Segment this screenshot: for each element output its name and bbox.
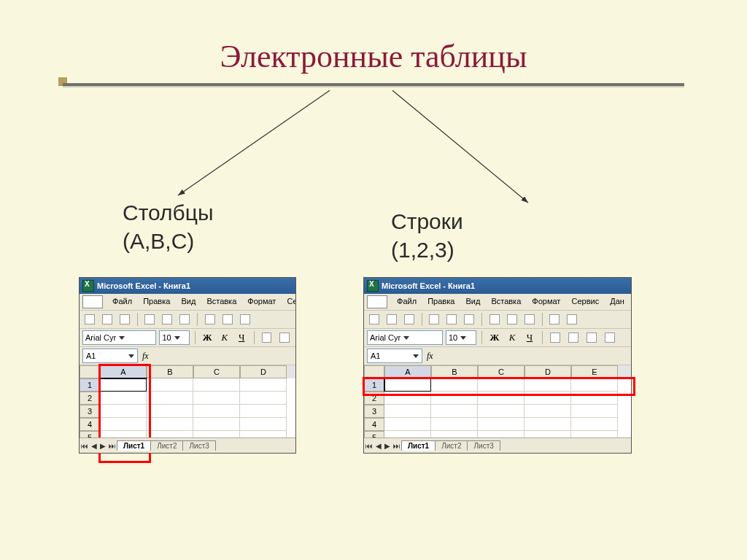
cell[interactable] [478,418,525,431]
print-icon[interactable] [142,312,157,327]
spreadsheet-grid[interactable]: A B C D 1 2 3 4 5 [80,365,295,441]
fx-icon[interactable]: fx [427,351,433,362]
titlebar[interactable]: Microsoft Excel - Книга1 [80,278,295,294]
toolbar-formatting[interactable]: Arial Cyr 10 Ж К Ч [364,329,631,347]
sheet-tab[interactable]: Лист1 [401,440,436,451]
align-left-icon[interactable] [260,330,274,345]
undo-icon[interactable] [547,312,562,327]
merge-icon[interactable] [603,330,617,345]
menu-item[interactable]: Сервис [567,296,603,306]
cell[interactable] [571,392,618,405]
sheet-tab-bar[interactable]: ⏮ ◀ ▶ ⏭ Лист1 Лист2 Лист3 [80,438,295,453]
tab-nav-last[interactable]: ⏭ [107,442,117,450]
bold-button[interactable]: Ж [201,331,214,344]
row-header[interactable]: 2 [80,392,100,405]
col-header[interactable]: D [240,365,287,378]
spell-icon[interactable] [462,312,476,327]
sheet-tab[interactable]: Лист2 [150,440,183,451]
tab-nav-prev[interactable]: ◀ [374,442,383,450]
align-right-icon[interactable] [584,330,599,345]
cell[interactable] [193,418,240,431]
cell[interactable] [240,392,287,405]
menubar[interactable]: Файл Правка Вид Вставка Формат Се [80,294,295,311]
paste-icon[interactable] [238,312,252,327]
col-header[interactable]: B [147,365,193,378]
italic-button[interactable]: К [505,331,519,344]
cell[interactable] [478,378,525,392]
cell[interactable] [431,378,478,392]
cell[interactable] [384,392,431,405]
bold-button[interactable]: Ж [487,331,502,344]
open-icon[interactable] [100,312,115,327]
cell[interactable] [384,405,431,418]
italic-button[interactable]: К [217,331,231,344]
row-header[interactable]: 1 [364,378,384,392]
row-header[interactable]: 2 [364,392,384,405]
align-center-icon[interactable] [566,330,581,345]
cell[interactable] [431,405,478,418]
font-name-dropdown[interactable]: Arial Cyr [367,330,443,345]
cell[interactable] [193,405,240,418]
col-header[interactable]: D [525,365,571,378]
tab-nav-next[interactable]: ▶ [98,442,107,450]
tab-nav-first[interactable]: ⏮ [364,442,374,450]
cell[interactable] [240,418,287,431]
sheet-tab[interactable]: Лист3 [182,440,215,451]
save-icon[interactable] [117,312,132,327]
col-header[interactable]: C [193,365,240,378]
cell[interactable] [525,378,571,392]
select-all-corner[interactable] [80,365,100,378]
tab-nav-last[interactable]: ⏭ [392,442,402,450]
underline-button[interactable]: Ч [522,331,537,344]
toolbar-standard[interactable] [364,311,631,329]
formula-bar[interactable]: A1 fx [364,347,631,365]
spreadsheet-grid[interactable]: A B C D E 1 2 3 4 5 [364,365,631,441]
fx-icon[interactable]: fx [142,351,149,362]
cell[interactable] [240,405,287,418]
menubar[interactable]: Файл Правка Вид Вставка Формат Сервис Да… [364,294,631,311]
cell[interactable] [100,405,147,418]
row-header[interactable]: 1 [80,378,100,392]
font-name-dropdown[interactable]: Arial Cyr [82,330,156,345]
cell[interactable] [431,392,478,405]
open-icon[interactable] [384,312,399,327]
align-center-icon[interactable] [277,330,292,345]
toolbar-standard[interactable] [80,311,295,329]
print-icon[interactable] [427,312,441,327]
col-header[interactable]: C [478,365,525,378]
menu-item[interactable]: Се [282,296,295,306]
row-header[interactable]: 4 [364,418,384,431]
menu-item[interactable]: Формат [243,296,280,306]
name-box[interactable]: A1 [82,349,138,363]
cell[interactable] [147,392,193,405]
cell[interactable] [240,378,287,392]
menu-item[interactable]: Вид [461,296,484,306]
redo-icon[interactable] [565,312,579,327]
cell[interactable] [571,405,618,418]
cell[interactable] [100,378,147,392]
align-left-icon[interactable] [548,330,562,345]
sheet-tab-bar[interactable]: ⏮ ◀ ▶ ⏭ Лист1 Лист2 Лист3 [364,438,631,453]
menu-item[interactable]: Файл [108,296,136,306]
cell[interactable] [478,405,525,418]
col-header[interactable]: A [100,365,147,378]
copy-icon[interactable] [220,312,235,327]
cell[interactable] [384,418,431,431]
underline-button[interactable]: Ч [234,331,248,344]
cell[interactable] [525,392,571,405]
menu-item[interactable]: Вид [177,296,200,306]
cell[interactable] [147,378,193,392]
cell[interactable] [147,418,193,431]
menu-item[interactable]: Правка [139,296,174,306]
menu-item[interactable]: Вставка [487,296,525,306]
toolbar-formatting[interactable]: Arial Cyr 10 Ж К Ч [80,329,295,347]
cell[interactable] [478,392,525,405]
save-icon[interactable] [402,312,417,327]
row-header[interactable]: 3 [80,405,100,418]
menu-item[interactable]: Формат [527,296,565,306]
row-header[interactable]: 3 [364,405,384,418]
tab-nav-prev[interactable]: ◀ [90,442,98,450]
paste-icon[interactable] [522,312,537,327]
cell[interactable] [384,378,431,392]
menu-item[interactable]: Дан [605,296,629,306]
